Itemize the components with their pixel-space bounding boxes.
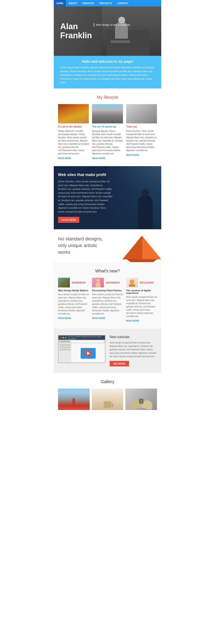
svg-marker-2 xyxy=(142,236,161,259)
news-date-0: 20/09/2015 xyxy=(72,281,86,284)
profit-body: Donec faucibus. Nunc iaculis suscipit du… xyxy=(58,180,112,214)
gallery-grid xyxy=(58,388,157,410)
lifestyle-card-2: Time out Donec faucibus. Nunc iaculis su… xyxy=(126,104,157,160)
gallery-item-0 xyxy=(58,388,90,410)
card-image-phone xyxy=(126,104,157,124)
news-title-0: Why Design Really Matters xyxy=(58,289,89,292)
read-more-2[interactable]: READ MORE xyxy=(126,154,139,156)
svg-marker-1 xyxy=(123,236,142,259)
card-body-2: Donec faucibus. Nunc iaculis suscipit du… xyxy=(126,130,157,152)
whats-new-heading: What's new? xyxy=(58,268,157,274)
news-body-0: Nunc iaculis suscipit dui.Nam sit amet s… xyxy=(58,293,89,315)
profit-section: Web sites that make profit Donec faucibu… xyxy=(54,166,161,229)
card-image-autumn xyxy=(58,104,89,124)
video-dot-green xyxy=(65,337,66,338)
lifestyle-card-0: It's all in the details Nullam dignissim… xyxy=(58,104,89,160)
video-dot-yellow xyxy=(63,337,64,338)
news-read-more-1[interactable]: READ MORE xyxy=(92,317,105,320)
card-title-0: It's all in the details xyxy=(58,125,89,128)
profit-content: Web sites that make profit Donec faucibu… xyxy=(58,172,112,223)
news-card-1: 10/10/2015 Discovering Client Stories Nu… xyxy=(92,278,123,322)
news-body-1: Nunc iaculis suscipit dui.Nam sit amet s… xyxy=(92,293,123,315)
news-thumb-1 xyxy=(92,278,104,288)
lifestyle-cards: It's all in the details Nullam dignissim… xyxy=(58,104,157,160)
play-icon xyxy=(87,352,90,355)
click-here-button[interactable]: CLICK HERE xyxy=(58,217,79,223)
hero-tagline: Web design of any complexity xyxy=(96,23,130,27)
video-bar: How to create wordpress custom page temp… xyxy=(59,336,105,340)
see-more-button[interactable]: SEE MORE xyxy=(110,361,129,366)
gallery-item-2 xyxy=(125,388,157,410)
gallery-item-1 xyxy=(92,388,123,410)
tutorial-text-container: New tutorials Nunc iaculis suscipit dui.… xyxy=(110,335,157,366)
svg-marker-3 xyxy=(127,259,157,262)
news-card-header-0: 20/09/2015 xyxy=(58,278,89,288)
tutorials-body: Nunc iaculis suscipit dui.Nam sit amet s… xyxy=(110,341,157,358)
artistic-section: No standard designs, only unique artisti… xyxy=(54,229,161,262)
artistic-heading: No standard designs, only unique artisti… xyxy=(58,236,108,256)
read-more-0[interactable]: READ MORE xyxy=(58,157,71,160)
card-title-1: The art of speed-up xyxy=(92,125,123,128)
news-thumb-2 xyxy=(126,278,138,288)
video-placeholder: How to create wordpress custom page temp… xyxy=(58,335,105,363)
news-cards: 20/09/2015 Why Design Really Matters Nun… xyxy=(58,278,157,322)
gallery-heading: Gallery xyxy=(58,379,157,384)
card-title-2: Time out xyxy=(126,125,157,128)
card-body-1: Quisque aliquam. Donec faucibus. Nunc ia… xyxy=(92,130,123,155)
news-read-more-2[interactable]: READ MORE xyxy=(126,320,139,322)
nav-about[interactable]: ABOUT xyxy=(66,0,80,6)
welcome-body: Lorem ipsum dolor sit amet, test link ad… xyxy=(60,66,155,84)
whats-new-section: What's new? 20/09/2015 Why Design Really… xyxy=(54,262,161,329)
hero-text: Alan Franklin Web design of any complexi… xyxy=(54,18,136,44)
lifestyle-heading: My lifestyle xyxy=(58,95,157,100)
hero-name-line1: Alan xyxy=(60,22,92,31)
card-image-railway xyxy=(92,104,123,124)
hero-section: Alan Franklin Web design of any complexi… xyxy=(54,6,161,56)
welcome-heading: Hello and welcome to my page! xyxy=(60,60,155,64)
welcome-section: Hello and welcome to my page! Lorem ipsu… xyxy=(54,56,161,88)
news-date-1: 10/10/2015 xyxy=(106,281,120,284)
news-card-header-1: 10/10/2015 xyxy=(92,278,123,288)
play-button[interactable] xyxy=(85,350,91,356)
news-card-header-2: 30/11/2015 xyxy=(126,278,157,288)
read-more-1[interactable]: READ MORE xyxy=(92,157,105,160)
video-dot-red xyxy=(60,337,62,338)
news-read-more-0[interactable]: READ MORE xyxy=(58,317,71,320)
nav-home[interactable]: HOME xyxy=(54,0,66,6)
gallery-section: Gallery xyxy=(54,373,161,416)
nav-contact[interactable]: CONTACT xyxy=(115,0,131,6)
video-title: How to create wordpress custom page temp… xyxy=(68,336,103,340)
news-card-2: 30/11/2015 The mystery of digital experi… xyxy=(126,278,157,322)
tutorial-video-container: How to create wordpress custom page temp… xyxy=(58,335,105,363)
nav-services[interactable]: SERVICES xyxy=(80,0,97,6)
tutorials-heading: New tutorials xyxy=(110,335,157,339)
profit-heading: Web sites that make profit xyxy=(58,172,112,177)
news-title-1: Discovering Client Stories xyxy=(92,289,123,292)
nav-projects[interactable]: PROJECTS xyxy=(97,0,115,6)
main-nav: HOME ABOUT SERVICES PROJECTS CONTACT xyxy=(54,0,161,6)
video-content xyxy=(59,340,105,363)
news-body-2: Nunc iaculis suscipit dui.Nam sit amet s… xyxy=(126,296,157,318)
news-thumb-0 xyxy=(58,278,70,288)
news-date-2: 30/11/2015 xyxy=(140,281,154,284)
lifestyle-card-1: The art of speed-up Quisque aliquam. Don… xyxy=(92,104,123,160)
lifestyle-section: My lifestyle It's all in the details Nul… xyxy=(54,88,161,166)
hero-name-line2: Franklin xyxy=(60,31,92,40)
news-card-0: 20/09/2015 Why Design Really Matters Nun… xyxy=(58,278,89,322)
paper-boat-image xyxy=(120,232,161,262)
card-body-0: Nullam dignissim convallis est.Quisque a… xyxy=(58,130,89,155)
news-title-2: The mystery of digital experience xyxy=(126,289,157,294)
tutorials-section: How to create wordpress custom page temp… xyxy=(54,329,161,373)
